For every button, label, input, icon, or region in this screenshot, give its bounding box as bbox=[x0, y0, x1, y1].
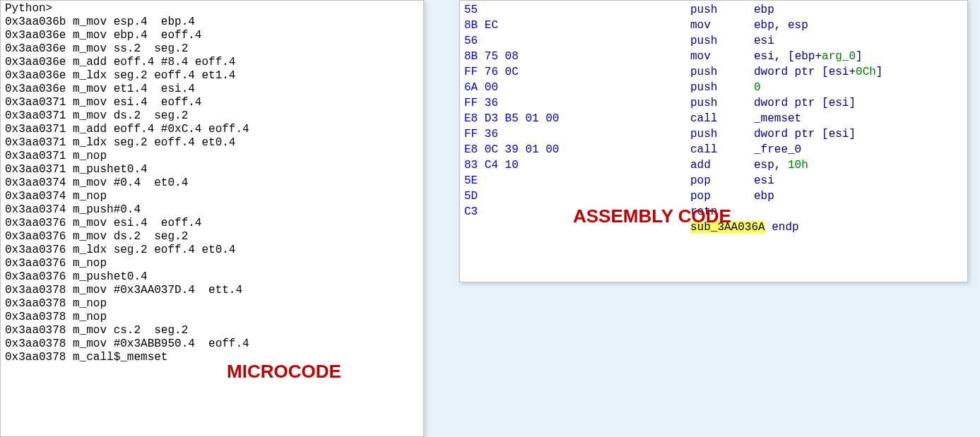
operands: ebp bbox=[754, 190, 774, 203]
operands: dword ptr [esi+0Ch] bbox=[754, 66, 882, 78]
microcode-line: 0x3aa0376 m_ldx seg.2 eoff.4 et0.4 bbox=[5, 244, 419, 257]
hex-bytes: C3 bbox=[464, 204, 690, 220]
hex-bytes: 5E bbox=[464, 173, 690, 188]
microcode-line: 0x3aa0371 m_ldx seg.2 eoff.4 et0.4 bbox=[5, 136, 419, 150]
hex-bytes: E8 0C 39 01 00 bbox=[464, 142, 690, 157]
assembly-line: 55pushebp bbox=[464, 2, 963, 18]
microcode-line: 0x3aa0378 m_mov cs.2 seg.2 bbox=[5, 324, 419, 337]
microcode-line: 0x3aa0378 m_mov #0x3ABB950.4 eoff.4 bbox=[5, 337, 419, 351]
mnemonic: push bbox=[690, 2, 754, 18]
microcode-pane: Python> 0x3aa036b m_mov esp.4 ebp.40x3aa… bbox=[0, 0, 424, 437]
hex-bytes: 5D bbox=[464, 188, 690, 204]
assembly-line: 5Epopesi bbox=[464, 173, 963, 188]
microcode-line: 0x3aa036e m_mov et1.4 esi.4 bbox=[5, 83, 419, 96]
microcode-line: 0x3aa0378 m_nop bbox=[5, 297, 419, 311]
mnemonic: add bbox=[690, 157, 754, 173]
assembly-line: FF 36pushdword ptr [esi] bbox=[464, 95, 963, 111]
assembly-line: FF 36pushdword ptr [esi] bbox=[464, 126, 963, 142]
sub-label-highlight: sub_3AA036A bbox=[690, 221, 765, 234]
mnemonic: mov bbox=[690, 49, 754, 64]
microcode-line: 0x3aa036e m_ldx seg.2 eoff.4 et1.4 bbox=[5, 69, 419, 83]
operands: ebp bbox=[754, 4, 774, 16]
operands: dword ptr [esi] bbox=[754, 128, 856, 140]
assembly-line: 8B 75 08movesi, [ebp+arg_0] bbox=[464, 49, 963, 64]
hex-bytes: 6A 00 bbox=[464, 80, 690, 95]
assembly-line: E8 0C 39 01 00call_free_0 bbox=[464, 142, 963, 157]
mnemonic: push bbox=[690, 80, 754, 95]
assembly-line: 56pushesi bbox=[464, 33, 963, 49]
mnemonic: push bbox=[690, 64, 754, 80]
hex-bytes: E8 D3 B5 01 00 bbox=[464, 111, 690, 126]
microcode-listing: 0x3aa036b m_mov esp.4 ebp.40x3aa036e m_m… bbox=[5, 16, 419, 364]
mnemonic: push bbox=[690, 33, 754, 49]
microcode-line: 0x3aa0371 m_add eoff.4 #0xC.4 eoff.4 bbox=[5, 123, 419, 136]
operands: _free_0 bbox=[754, 143, 801, 156]
microcode-line: 0x3aa0378 m_mov #0x3AA037D.4 ett.4 bbox=[5, 284, 419, 297]
microcode-line: 0x3aa036e m_mov ebp.4 eoff.4 bbox=[5, 29, 419, 42]
hex-bytes: 56 bbox=[464, 33, 690, 49]
microcode-line: 0x3aa036b m_mov esp.4 ebp.4 bbox=[5, 16, 419, 29]
operands: dword ptr [esi] bbox=[754, 97, 856, 109]
hex-bytes: 8B 75 08 bbox=[464, 49, 690, 64]
microcode-line: 0x3aa0371 m_mov esi.4 eoff.4 bbox=[5, 96, 419, 109]
operands: esp, 10h bbox=[754, 159, 808, 172]
microcode-line: 0x3aa0371 m_mov ds.2 seg.2 bbox=[5, 109, 419, 123]
operands: 0 bbox=[754, 81, 761, 94]
mnemonic: push bbox=[690, 126, 754, 142]
assembly-line: 8B ECmovebp, esp bbox=[464, 18, 963, 33]
mnemonic: retn bbox=[690, 204, 754, 220]
microcode-line: 0x3aa0374 m_nop bbox=[5, 190, 419, 203]
hex-bytes: FF 76 0C bbox=[464, 64, 690, 80]
microcode-line: 0x3aa0371 m_pushet0.4 bbox=[5, 163, 419, 176]
mnemonic: call bbox=[690, 111, 754, 126]
mnemonic: call bbox=[690, 142, 754, 157]
assembly-pane: 55pushebp8B ECmovebp, esp56pushesi8B 75 … bbox=[459, 0, 968, 282]
hex-bytes: 55 bbox=[464, 2, 690, 18]
assembly-line: 83 C4 10addesp, 10h bbox=[464, 157, 963, 173]
microcode-line: 0x3aa0378 m_nop bbox=[5, 311, 419, 324]
assembly-listing: 55pushebp8B ECmovebp, esp56pushesi8B 75 … bbox=[464, 2, 963, 235]
assembly-line: 6A 00push0 bbox=[464, 80, 963, 95]
microcode-line: 0x3aa0374 m_mov #0.4 et0.4 bbox=[5, 176, 419, 190]
operands: esi, [ebp+arg_0] bbox=[754, 50, 863, 63]
hex-bytes: FF 36 bbox=[464, 126, 690, 142]
assembly-line: E8 D3 B5 01 00call_memset bbox=[464, 111, 963, 126]
hex-bytes: 8B EC bbox=[464, 18, 690, 33]
microcode-line: 0x3aa0378 m_call$_memset bbox=[5, 351, 419, 364]
hex-bytes: 83 C4 10 bbox=[464, 157, 690, 173]
microcode-line: 0x3aa0376 m_mov esi.4 eoff.4 bbox=[5, 217, 419, 230]
microcode-line: 0x3aa0371 m_nop bbox=[5, 150, 419, 163]
operands: esi bbox=[754, 35, 774, 47]
operands: ebp, esp bbox=[754, 19, 808, 32]
mnemonic: pop bbox=[690, 188, 754, 204]
hex-bytes: FF 36 bbox=[464, 95, 690, 111]
assembly-line: FF 76 0Cpushdword ptr [esi+0Ch] bbox=[464, 64, 963, 80]
assembly-line: C3retn bbox=[464, 204, 963, 220]
endp-keyword: endp bbox=[772, 221, 798, 234]
mnemonic: mov bbox=[690, 18, 754, 33]
mnemonic: push bbox=[690, 95, 754, 111]
operands: _memset bbox=[754, 112, 801, 125]
assembly-endp-line: sub_3AA036A endp bbox=[464, 220, 963, 235]
python-prompt: Python> bbox=[5, 2, 419, 16]
assembly-line: 5Dpopebp bbox=[464, 188, 963, 204]
microcode-line: 0x3aa0376 m_mov ds.2 seg.2 bbox=[5, 230, 419, 244]
microcode-line: 0x3aa0376 m_pushet0.4 bbox=[5, 270, 419, 284]
operands: esi bbox=[754, 174, 774, 187]
mnemonic: pop bbox=[690, 173, 754, 188]
microcode-line: 0x3aa036e m_mov ss.2 seg.2 bbox=[5, 42, 419, 56]
microcode-line: 0x3aa0374 m_push#0.4 bbox=[5, 203, 419, 217]
microcode-line: 0x3aa0376 m_nop bbox=[5, 257, 419, 270]
microcode-line: 0x3aa036e m_add eoff.4 #8.4 eoff.4 bbox=[5, 56, 419, 69]
pane-gap bbox=[424, 0, 459, 437]
